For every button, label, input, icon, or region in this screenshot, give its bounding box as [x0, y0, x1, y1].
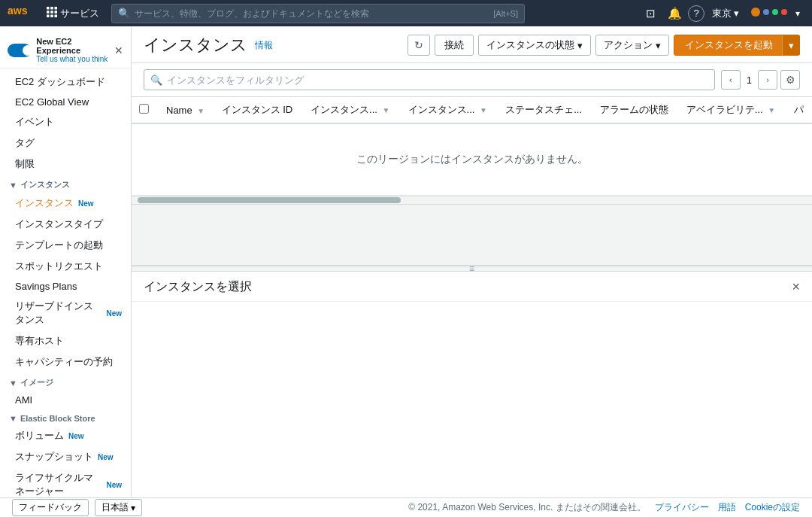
sidebar-item-ec2-global-view[interactable]: EC2 Global View — [0, 93, 131, 111]
section-arrow-icon: ▼ — [9, 414, 17, 423]
language-label: 日本語 — [102, 501, 129, 514]
new-experience-toggle[interactable] — [8, 44, 32, 57]
horizontal-scrollbar[interactable] — [132, 196, 812, 205]
cookies-link[interactable]: Cookieの設定 — [745, 501, 800, 514]
select-all-checkbox[interactable] — [139, 104, 149, 114]
sidebar-item-reserved-instances[interactable]: リザーブドインスタンス New — [0, 296, 131, 330]
page-header: インスタンス 情報 ↻ 接続 インスタンスの状態 ▾ アクション ▾ — [132, 26, 812, 63]
launch-instance-group: インスタンスを起動 ▾ — [674, 35, 800, 56]
sort-icon: ▼ — [480, 106, 487, 114]
sidebar-item-dedicated-hosts[interactable]: 専有ホスト — [0, 330, 131, 351]
footer-left: フィードバック 日本語 ▾ — [12, 499, 142, 516]
sidebar-item-instance-types[interactable]: インスタンスタイプ — [0, 214, 131, 235]
col-instance-type[interactable]: インスタンス... ▼ — [401, 97, 498, 123]
actions-chevron-icon: ▾ — [656, 40, 661, 51]
sidebar-item-limits[interactable]: 制限 — [0, 154, 131, 175]
terms-link[interactable]: 用語 — [718, 501, 736, 514]
bottom-panel-header: インスタンスを選択 × — [132, 272, 812, 302]
table-settings-button[interactable]: ⚙ — [780, 70, 800, 90]
pagination: ‹ 1 › ⚙ — [721, 70, 800, 90]
sidebar-item-launch-templates[interactable]: テンプレートの起動 — [0, 235, 131, 256]
bell-icon-button[interactable]: 🔔 — [664, 3, 685, 24]
nav-right-actions: ⊡ 🔔 ? 東京 ▾ ▾ — [640, 3, 804, 24]
search-input[interactable] — [135, 8, 489, 19]
sidebar-section-instances[interactable]: ▼ インスタンス — [0, 175, 131, 193]
actions-label: アクション — [604, 38, 653, 52]
sidebar-item-ami[interactable]: AMI — [0, 391, 131, 409]
info-link[interactable]: 情報 — [255, 39, 273, 52]
sidebar-section-images[interactable]: ▼ イメージ — [0, 373, 131, 391]
sidebar-item-lifecycle-manager[interactable]: ライフサイクルマネージャー New — [0, 467, 131, 497]
col-instance-type-label: インスタンス... — [408, 104, 475, 115]
sidebar-item-tags[interactable]: タグ — [0, 132, 131, 154]
terminal-icon-button[interactable]: ⊡ — [640, 3, 661, 24]
col-name[interactable]: Name ▼ — [159, 97, 214, 123]
panel-drag-handle[interactable]: ≡ — [132, 266, 812, 272]
feedback-button[interactable]: フィードバック — [12, 499, 89, 516]
col-alarm-state[interactable]: アラームの状態 — [592, 97, 679, 123]
actions-button[interactable]: アクション ▾ — [595, 35, 669, 56]
col-status-check[interactable]: ステータスチェ... — [498, 97, 592, 123]
col-pa[interactable]: パ — [786, 97, 812, 123]
col-instance-id-label: インスタンス ID — [222, 104, 293, 115]
launch-label: インスタンスを起動 — [685, 39, 773, 50]
page-number: 1 — [744, 75, 755, 86]
refresh-button[interactable]: ↻ — [408, 35, 430, 56]
footer-right: © 2021, Amazon Web Services, Inc. またはその関… — [408, 501, 800, 514]
user-menu-button[interactable]: ▾ — [747, 4, 804, 23]
feedback-label: フィードバック — [19, 502, 82, 512]
services-menu-button[interactable]: サービス — [41, 4, 105, 23]
sidebar-item-capacity-reservations[interactable]: キャパシティーの予約 — [0, 351, 131, 373]
settings-icon: ⚙ — [786, 74, 795, 86]
col-alarm-label: アラームの状態 — [600, 104, 668, 115]
svg-rect-2 — [50, 7, 53, 10]
sidebar-item-events[interactable]: イベント — [0, 111, 131, 132]
sidebar-section-ebs[interactable]: ▼ Elastic Block Store — [0, 409, 131, 425]
privacy-link[interactable]: プライバシー — [655, 501, 709, 514]
header-actions: ↻ 接続 インスタンスの状態 ▾ アクション ▾ インスタンスを起動 — [408, 35, 800, 56]
launch-instance-button[interactable]: インスタンスを起動 — [674, 35, 784, 56]
col-instance-id[interactable]: インスタンス ID — [214, 97, 303, 123]
scroll-thumb[interactable] — [138, 197, 401, 203]
connect-button[interactable]: 接続 — [435, 35, 474, 56]
new-experience-sub[interactable]: Tell us what you think — [36, 55, 110, 63]
col-status-label: ステータスチェ... — [505, 104, 582, 115]
page-title: インスタンス — [144, 34, 247, 56]
sort-icon: ▼ — [197, 107, 205, 115]
next-icon: › — [766, 75, 769, 84]
bottom-panel-close-button[interactable]: × — [792, 279, 800, 295]
prev-page-button[interactable]: ‹ — [721, 70, 741, 90]
close-icon: × — [792, 279, 800, 294]
region-selector[interactable]: 東京 ▾ — [707, 4, 744, 23]
col-availability[interactable]: アベイラビリテ... ▼ — [679, 97, 786, 123]
svg-rect-9 — [55, 15, 58, 18]
close-icon[interactable]: ✕ — [114, 44, 123, 56]
svg-point-12 — [772, 9, 778, 15]
language-selector[interactable]: 日本語 ▾ — [95, 499, 142, 516]
bottom-panel-content — [132, 302, 812, 497]
section-arrow-icon: ▼ — [9, 379, 17, 388]
instance-state-button[interactable]: インスタンスの状態 ▾ — [478, 35, 591, 56]
refresh-icon: ↻ — [414, 39, 423, 51]
col-instance-state[interactable]: インスタンス... ▼ — [303, 97, 401, 123]
sort-icon: ▼ — [768, 106, 775, 114]
prev-icon: ‹ — [729, 75, 732, 84]
sidebar-item-ec2-dashboard[interactable]: EC2 ダッシュボード — [0, 71, 131, 93]
search-bar: 🔍 [Alt+S] — [111, 4, 525, 23]
launch-dropdown-button[interactable]: ▾ — [782, 35, 800, 56]
sidebar-item-savings-plans[interactable]: Savings Plans — [0, 277, 131, 296]
main-content: インスタンス 情報 ↻ 接続 インスタンスの状態 ▾ アクション ▾ — [132, 26, 812, 497]
table-header-row: Name ▼ インスタンス ID インスタンス... ▼ インスタンス... — [132, 97, 812, 123]
sidebar-item-spot-requests[interactable]: スポットリクエスト — [0, 256, 131, 277]
sidebar-item-instances[interactable]: インスタンス New — [0, 193, 131, 214]
filter-input[interactable] — [167, 75, 708, 86]
select-all-checkbox-header[interactable] — [132, 97, 159, 123]
svg-rect-1 — [47, 7, 50, 10]
help-icon-button[interactable]: ? — [688, 5, 704, 22]
svg-rect-5 — [50, 11, 53, 14]
new-experience-label: New EC2 Experience — [36, 37, 110, 55]
next-page-button[interactable]: › — [758, 70, 777, 90]
sidebar-item-snapshots[interactable]: スナップショット New — [0, 446, 131, 467]
instances-table: Name ▼ インスタンス ID インスタンス... ▼ インスタンス... — [132, 97, 812, 196]
sidebar-item-volumes[interactable]: ボリューム New — [0, 425, 131, 446]
